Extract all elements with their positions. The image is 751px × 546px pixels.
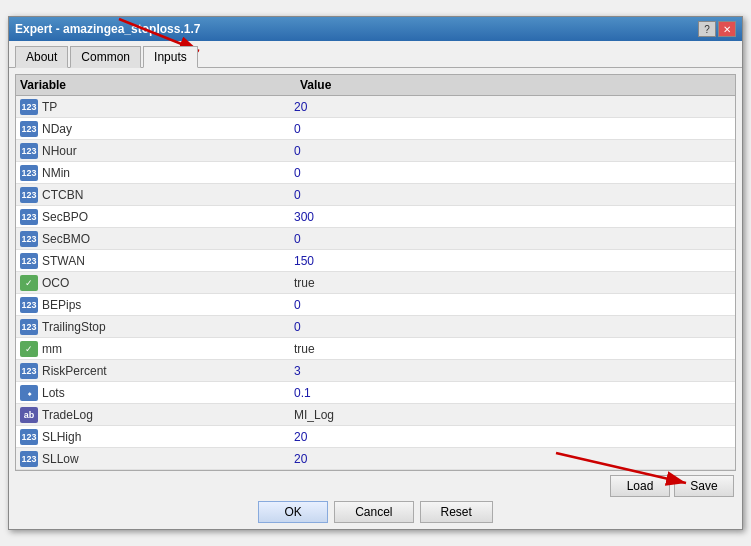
svg-line-3 <box>556 453 686 483</box>
table-header: Variable Value <box>16 75 735 96</box>
type-icon-123: 123 <box>20 231 38 247</box>
table-row[interactable]: 123 BEPips 0 <box>16 294 735 316</box>
save-arrow <box>536 443 736 493</box>
var-value: 20 <box>294 100 731 114</box>
table-row[interactable]: ✓ mm true <box>16 338 735 360</box>
table-row[interactable]: ab TradeLog MI_Log <box>16 404 735 426</box>
var-value: 0 <box>294 298 731 312</box>
var-name: SLHigh <box>42 430 294 444</box>
var-value: true <box>294 342 731 356</box>
var-name: TrailingStop <box>42 320 294 334</box>
table-row[interactable]: 123 NMin 0 <box>16 162 735 184</box>
type-icon-123: 123 <box>20 429 38 445</box>
title-buttons: ? ✕ <box>698 21 736 37</box>
table-row[interactable]: ⬥ Lots 0.1 <box>16 382 735 404</box>
var-value: 300 <box>294 210 731 224</box>
cancel-button[interactable]: Cancel <box>334 501 413 523</box>
var-value: 0 <box>294 166 731 180</box>
var-name: SecBPO <box>42 210 294 224</box>
var-value: 0 <box>294 122 731 136</box>
type-icon-check: ✓ <box>20 341 38 357</box>
table-row[interactable]: ✓ OCO true <box>16 272 735 294</box>
table-row[interactable]: 123 TP 20 <box>16 96 735 118</box>
type-icon-123: 123 <box>20 451 38 467</box>
table-row[interactable]: 123 SecBMO 0 <box>16 228 735 250</box>
table-row[interactable]: 123 STWAN 150 <box>16 250 735 272</box>
type-icon-123: 123 <box>20 187 38 203</box>
var-name: RiskPercent <box>42 364 294 378</box>
var-value: 0 <box>294 188 731 202</box>
tab-inputs[interactable]: Inputs <box>143 46 198 68</box>
reset-button[interactable]: Reset <box>420 501 493 523</box>
type-icon-123: 123 <box>20 297 38 313</box>
var-name: NHour <box>42 144 294 158</box>
var-name: CTCBN <box>42 188 294 202</box>
var-name: TradeLog <box>42 408 294 422</box>
table-row[interactable]: 123 RiskPercent 3 <box>16 360 735 382</box>
var-name: Lots <box>42 386 294 400</box>
var-name: mm <box>42 342 294 356</box>
window-title: Expert - amazingea_stoploss.1.7 <box>15 22 200 36</box>
tab-about[interactable]: About <box>15 46 68 68</box>
ok-button[interactable]: OK <box>258 501 328 523</box>
tab-common[interactable]: Common <box>70 46 141 68</box>
var-name: NMin <box>42 166 294 180</box>
type-icon-123: 123 <box>20 209 38 225</box>
var-value: 20 <box>294 430 731 444</box>
type-icon-123: 123 <box>20 143 38 159</box>
help-button[interactable]: ? <box>698 21 716 37</box>
inputs-table: Variable Value 123 TP 20 123 NDay 0 123 … <box>15 74 736 471</box>
var-value: 0 <box>294 144 731 158</box>
var-value: 150 <box>294 254 731 268</box>
var-name: SecBMO <box>42 232 294 246</box>
var-value: 0 <box>294 232 731 246</box>
table-row[interactable]: 123 NHour 0 <box>16 140 735 162</box>
col-value-header: Value <box>300 78 731 92</box>
col-variable-header: Variable <box>20 78 300 92</box>
var-name: STWAN <box>42 254 294 268</box>
var-name: NDay <box>42 122 294 136</box>
type-icon-ab: ab <box>20 407 38 423</box>
action-buttons: OK Cancel Reset <box>15 501 736 523</box>
var-name: OCO <box>42 276 294 290</box>
type-icon-123: 123 <box>20 253 38 269</box>
var-name: SLLow <box>42 452 294 466</box>
var-value: MI_Log <box>294 408 731 422</box>
type-icon-123: 123 <box>20 319 38 335</box>
close-button[interactable]: ✕ <box>718 21 736 37</box>
main-window: Expert - amazingea_stoploss.1.7 ? ✕ Abou… <box>8 16 743 530</box>
var-value: 3 <box>294 364 731 378</box>
type-icon-123: 123 <box>20 121 38 137</box>
var-name: TP <box>42 100 294 114</box>
title-bar: Expert - amazingea_stoploss.1.7 ? ✕ <box>9 17 742 41</box>
tabs-bar: About Common Inputs <box>9 41 742 68</box>
type-icon-check: ✓ <box>20 275 38 291</box>
table-row[interactable]: 123 CTCBN 0 <box>16 184 735 206</box>
type-icon-123: 123 <box>20 363 38 379</box>
table-row[interactable]: 123 NDay 0 <box>16 118 735 140</box>
content-area: Variable Value 123 TP 20 123 NDay 0 123 … <box>9 68 742 529</box>
var-value: 0 <box>294 320 731 334</box>
var-name: BEPips <box>42 298 294 312</box>
var-value: true <box>294 276 731 290</box>
var-value: 0.1 <box>294 386 731 400</box>
type-icon-lots: ⬥ <box>20 385 38 401</box>
table-row[interactable]: 123 SecBPO 300 <box>16 206 735 228</box>
type-icon-123: 123 <box>20 165 38 181</box>
table-row[interactable]: 123 TrailingStop 0 <box>16 316 735 338</box>
type-icon-123: 123 <box>20 99 38 115</box>
